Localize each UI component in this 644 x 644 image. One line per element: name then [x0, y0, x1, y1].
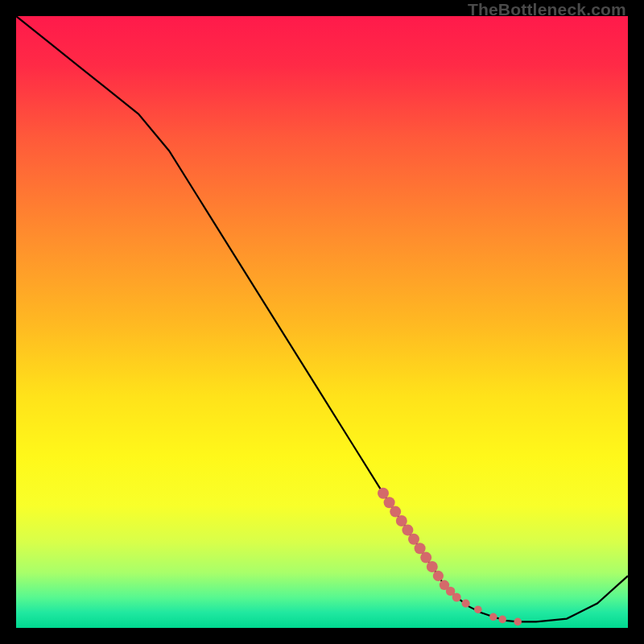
highlight-dot: [420, 552, 431, 564]
highlight-dot: [452, 593, 461, 602]
watermark-text: TheBottleneck.com: [468, 0, 626, 19]
highlight-dot: [462, 600, 470, 608]
highlight-dot: [489, 613, 497, 621]
highlight-dot: [390, 506, 401, 518]
bottleneck-chart: [16, 16, 628, 628]
highlight-dot: [427, 561, 438, 572]
highlight-dot: [474, 605, 482, 613]
highlight-dot: [396, 515, 407, 526]
highlight-dot: [378, 488, 389, 499]
highlight-dot: [433, 571, 444, 581]
highlight-dot: [408, 534, 419, 545]
highlight-dot: [415, 543, 426, 554]
highlight-dot: [384, 497, 395, 508]
highlight-dot: [498, 616, 506, 624]
chart-frame: [16, 16, 628, 628]
highlight-dot: [514, 618, 522, 626]
gradient-background: [16, 16, 628, 628]
highlight-dot: [402, 524, 413, 535]
